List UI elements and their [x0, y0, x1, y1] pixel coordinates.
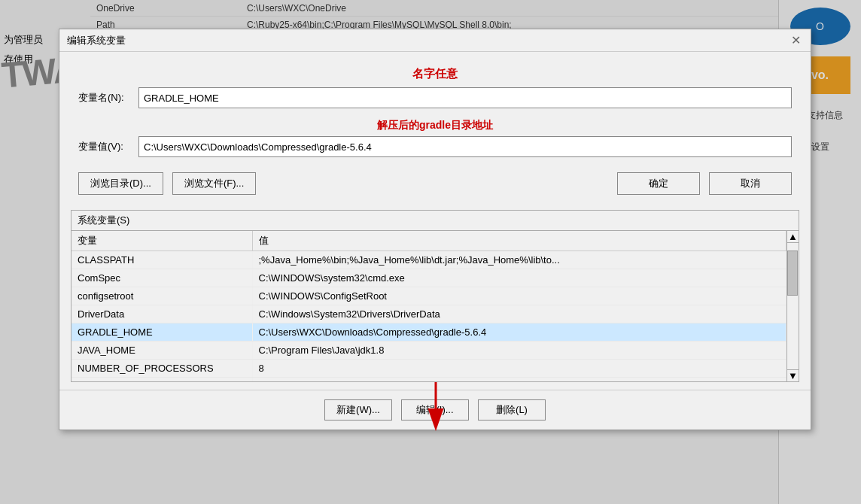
var-name-row: 变量名(N):	[78, 87, 792, 108]
table-cell-var: configsetroot	[71, 287, 252, 305]
red-arrow-svg	[406, 378, 466, 431]
browse-file-button[interactable]: 浏览文件(F)...	[172, 172, 256, 195]
browse-dir-button[interactable]: 浏览目录(D)...	[78, 172, 163, 195]
scroll-up-btn[interactable]: ▲	[787, 231, 799, 243]
table-cell-val: C:\WINDOWS\ConfigSetRoot	[252, 287, 786, 305]
sysvar-scrollbar[interactable]: ▲ ▼	[786, 231, 799, 381]
delete-button[interactable]: 删除(L)	[478, 399, 546, 421]
sysvar-section: 系统变量(S) 变量 值 CLASSPATH;%Java_Home%\bin;%…	[71, 210, 799, 382]
table-cell-var: GRADLE_HOME	[71, 323, 252, 342]
table-row[interactable]: JAVA_HOMEC:\Program Files\Java\jdk1.8	[71, 342, 786, 360]
table-cell-var: NUMBER_OF_PROCESSORS	[71, 360, 252, 378]
table-cell-val: C:\Program Files\Java\jdk1.8	[252, 342, 786, 360]
action-buttons-row: 浏览目录(D)... 浏览文件(F)... 确定 取消	[78, 172, 792, 195]
scrollbar-thumb[interactable]	[787, 250, 798, 296]
scroll-down-btn[interactable]: ▼	[787, 369, 799, 381]
table-cell-val: Windows_NT	[252, 378, 786, 382]
table-cell-val: C:\WINDOWS\system32\cmd.exe	[252, 269, 786, 287]
new-button[interactable]: 新建(W)...	[324, 399, 392, 421]
table-cell-val: C:\Windows\System32\Drivers\DriverData	[252, 305, 786, 323]
var-value-label: 变量值(V):	[78, 140, 138, 153]
ok-button[interactable]: 确定	[617, 172, 700, 195]
table-cell-val: ;%Java_Home%\bin;%Java_Home%\lib\dt.jar;…	[252, 251, 786, 269]
table-row[interactable]: NUMBER_OF_PROCESSORS8	[71, 360, 786, 378]
dialog-body: 名字任意 变量名(N): 解压后的gradle目录地址 变量值(V): 浏览目录…	[59, 52, 811, 210]
sysvar-table: 变量 值 CLASSPATH;%Java_Home%\bin;%Java_Hom…	[71, 231, 786, 381]
var-name-label: 变量名(N):	[78, 91, 138, 105]
col-header-val: 值	[252, 231, 786, 251]
table-cell-var: DriverData	[71, 305, 252, 323]
table-cell-var: JAVA_HOME	[71, 342, 252, 360]
var-value-row: 变量值(V):	[78, 136, 792, 157]
table-cell-val: C:\Users\WXC\Downloads\Compressed\gradle…	[252, 323, 786, 342]
table-row[interactable]: CLASSPATH;%Java_Home%\bin;%Java_Home%\li…	[71, 251, 786, 269]
table-cell-var: ComSpec	[71, 269, 252, 287]
var-name-input[interactable]	[138, 87, 792, 108]
var-value-input[interactable]	[138, 136, 792, 157]
sysvar-table-container: 变量 值 CLASSPATH;%Java_Home%\bin;%Java_Hom…	[71, 231, 799, 381]
dialog-close-button[interactable]: ✕	[788, 33, 803, 48]
table-cell-var: OS	[71, 378, 252, 382]
table-cell-var: CLASSPATH	[71, 251, 252, 269]
cancel-button[interactable]: 取消	[709, 172, 792, 195]
annotation-name-label: 名字任意	[78, 67, 792, 81]
sysvar-scroll-area[interactable]: 变量 值 CLASSPATH;%Java_Home%\bin;%Java_Hom…	[71, 231, 799, 381]
dialog-title: 编辑系统变量	[67, 34, 126, 47]
dialog-titlebar: 编辑系统变量 ✕	[59, 29, 811, 52]
table-cell-val: 8	[252, 360, 786, 378]
edit-system-variable-dialog: 编辑系统变量 ✕ 名字任意 变量名(N): 解压后的gradle目录地址 变量值…	[59, 29, 811, 430]
annotation-path-label: 解压后的gradle目录地址	[78, 119, 792, 132]
table-row[interactable]: configsetrootC:\WINDOWS\ConfigSetRoot	[71, 287, 786, 305]
table-row[interactable]: DriverDataC:\Windows\System32\Drivers\Dr…	[71, 305, 786, 323]
col-header-var: 变量	[71, 231, 252, 251]
table-row[interactable]: ComSpecC:\WINDOWS\system32\cmd.exe	[71, 269, 786, 287]
sysvar-section-label: 系统变量(S)	[71, 211, 799, 231]
table-header-row: 变量 值	[71, 231, 786, 251]
table-row[interactable]: GRADLE_HOMEC:\Users\WXC\Downloads\Compre…	[71, 323, 786, 342]
